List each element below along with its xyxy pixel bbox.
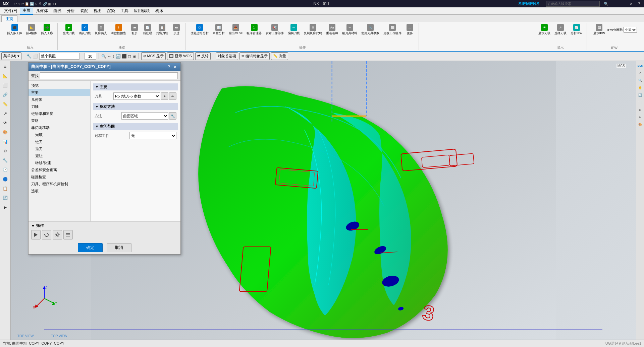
ls-btn-render[interactable]: 🎨 <box>1 128 10 137</box>
btn-copy-machine[interactable]: ⧉ 复制机床代码 <box>302 23 324 37</box>
close-button[interactable]: ✕ <box>628 2 634 6</box>
rs-btn-zoom[interactable]: 🔍 <box>637 77 644 84</box>
menu-file[interactable]: 文件(F) <box>1 7 20 14</box>
ls-btn-manufacture[interactable]: ⚙ <box>1 147 10 155</box>
btn-list-toolpath[interactable]: 📋 列出刀轨 <box>154 23 170 37</box>
tree-item-avoid[interactable]: 避让 <box>29 152 90 159</box>
btn-set-tool[interactable]: 🔧 套用刀具参数 <box>360 23 381 37</box>
btn-optimize[interactable]: ⬡ 优化进给分析 <box>189 23 210 37</box>
dialog-close-btn[interactable]: ✕ <box>172 65 178 69</box>
ls-btn-analysis[interactable]: 📊 <box>1 137 10 146</box>
ls-btn-motion[interactable]: 🔄 <box>1 194 10 202</box>
tree-item-strategy[interactable]: 策略 <box>29 117 90 124</box>
tree-item-entry[interactable]: 进刀 <box>29 138 90 145</box>
help-button[interactable]: ? <box>637 2 641 6</box>
tree-item-exit[interactable]: 退刀 <box>29 145 90 152</box>
ls-btn-select[interactable]: ↗ <box>1 109 10 118</box>
dialog-cancel-btn[interactable]: 取消 <box>107 243 131 252</box>
ls-btn-history[interactable]: 🕐 <box>1 165 10 174</box>
tree-item-axis[interactable]: 刀轴 <box>29 103 90 110</box>
btn-generate-toolpath[interactable]: ▶ 生成刀轨 <box>61 23 76 37</box>
btn-postprocess[interactable]: 📄 后处理 <box>141 23 154 37</box>
ipw-resolution-select[interactable]: 中等 低 高 <box>624 27 637 33</box>
rs-btn-mcs[interactable]: MCS <box>637 62 644 69</box>
op-generate-btn[interactable] <box>31 230 41 239</box>
btn-clsf[interactable]: 📤 输出CLSF <box>227 23 244 37</box>
edit-display-btn[interactable]: ✏ 编辑对象显示 <box>239 52 270 60</box>
zoom-input[interactable] <box>85 53 96 60</box>
op-replay-btn[interactable] <box>42 230 51 239</box>
maximize-button[interactable]: □ <box>621 2 626 6</box>
btn-rename[interactable]: Aa 重名名称 <box>324 23 340 37</box>
obj-prefs-btn[interactable]: 对象首选项 <box>216 52 238 60</box>
btn-show-ipw[interactable]: 🖼 显示IPW <box>592 23 607 37</box>
btn-insert-multi[interactable]: ⬛ 插入多工体 <box>5 23 24 37</box>
menu-home[interactable]: 主页 <box>20 7 33 15</box>
rs-btn-pan[interactable]: ✋ <box>637 84 644 91</box>
tree-item-options[interactable]: 选项 <box>29 188 90 195</box>
dialog-search-input[interactable] <box>40 72 178 79</box>
ls-btn-sim[interactable]: ▶ <box>1 203 10 212</box>
menu-machine[interactable]: 机床 <box>153 7 166 14</box>
section-drive-header[interactable]: ▼ 驱动方法 <box>93 103 178 110</box>
menu-render[interactable]: 渲染 <box>104 7 118 14</box>
minimize-button[interactable]: ─ <box>612 2 618 6</box>
measure-btn[interactable]: 📏 测量 <box>271 52 288 60</box>
wcs-display-btn[interactable]: 🔲 显示 WCS <box>167 52 194 60</box>
btn-more[interactable]: … 更多 <box>404 23 416 37</box>
ls-btn-assembly[interactable]: ⬜ <box>1 81 10 90</box>
ls-btn-layers[interactable]: 📋 <box>1 184 10 193</box>
rs-btn-select[interactable]: ↗ <box>637 70 644 76</box>
menu-geometry[interactable]: 几何体 <box>33 7 51 14</box>
btn-cut-tool[interactable]: ✂ 削刀具材料 <box>340 23 359 37</box>
op-settings-btn[interactable] <box>53 230 62 239</box>
ls-btn-measure[interactable]: 📏 <box>1 100 10 109</box>
tree-item-feedrate[interactable]: 进给率和速度 <box>29 110 90 117</box>
ls-btn-tools[interactable]: 🔧 <box>1 156 10 165</box>
tree-item-preview[interactable]: 预览 <box>29 82 90 89</box>
dialog-ok-btn[interactable]: 确定 <box>78 243 103 252</box>
menu-curve[interactable]: 曲线 <box>51 7 64 14</box>
menu-analysis[interactable]: 分析 <box>64 7 77 14</box>
dlg-op-header[interactable]: ▼ 操作 <box>31 223 178 228</box>
assembly-input[interactable] <box>39 53 79 60</box>
ls-btn-color[interactable]: 🔵 <box>1 175 10 184</box>
rs-btn-orient[interactable]: ⊞ <box>637 107 644 113</box>
btn-machine-sim[interactable]: ⚙ 机床仿真 <box>93 23 109 37</box>
tree-item-main[interactable]: 主要 <box>29 89 90 96</box>
btn-validity[interactable]: ! 有效性报告 <box>109 23 128 37</box>
btn-select-toolpath[interactable]: ↗ 选择刀轨 <box>553 23 568 37</box>
btn-verify-toolpath[interactable]: ✔ 确认刀轨 <box>77 23 93 37</box>
tree-item-collision[interactable]: 碰撞检查 <box>29 174 90 181</box>
btn-edit-toolpath[interactable]: ✏ 编辑刀轨 <box>286 23 302 37</box>
dialog-help-btn[interactable]: ? <box>167 65 171 69</box>
menu-m-button[interactable]: 菜单(M) ▾ <box>1 52 21 60</box>
tree-item-transfer[interactable]: 转移/快速 <box>29 159 90 166</box>
ls-btn-constraints[interactable]: 🔗 <box>1 90 10 99</box>
reverse-btn[interactable]: ⇄ 反转 <box>195 52 211 60</box>
search-button[interactable]: 🔍 <box>602 2 610 6</box>
menu-tools[interactable]: 工具 <box>118 7 131 14</box>
btn-publish[interactable]: 📢 发布工作部件 <box>264 23 285 37</box>
btn-analyze-ipw[interactable]: 📈 分析IPW <box>569 23 584 37</box>
method-edit-btn[interactable]: 🔧 <box>169 112 176 120</box>
tree-item-smooth[interactable]: 光顺 <box>29 131 90 138</box>
tree-item-non-cut[interactable]: 非切削移动 <box>29 124 90 131</box>
ribbon-tab-home[interactable]: 主页 <box>1 15 17 22</box>
ls-btn-view[interactable]: 👁 <box>1 119 10 127</box>
menu-assembly[interactable]: 装配 <box>77 7 91 14</box>
process-select[interactable]: 无 <box>129 132 176 139</box>
menu-view[interactable]: 视图 <box>91 7 104 14</box>
btn-step-back[interactable]: ⏮ 粗步 <box>128 23 141 37</box>
tree-item-geometry[interactable]: 几何体 <box>29 96 90 103</box>
tool-create-btn[interactable]: + <box>161 92 168 100</box>
rs-btn-clip[interactable]: ✂ <box>637 114 644 121</box>
rs-btn-fit[interactable]: ⬜ <box>637 99 644 106</box>
tree-item-tool-prog[interactable]: 刀具、程序和机床控制 <box>29 181 90 188</box>
btn-workpiece[interactable]: ⬜ 更改工作区件 <box>382 23 403 37</box>
ls-btn-menu[interactable]: ≡ <box>1 62 10 71</box>
btn-insert-op[interactable]: ➕ 插入工序 <box>39 23 55 37</box>
section-space-header[interactable]: ▼ 空间范围 <box>93 123 178 130</box>
search-input[interactable] <box>546 1 600 7</box>
section-main-header[interactable]: ▼ 主要 <box>93 83 178 90</box>
